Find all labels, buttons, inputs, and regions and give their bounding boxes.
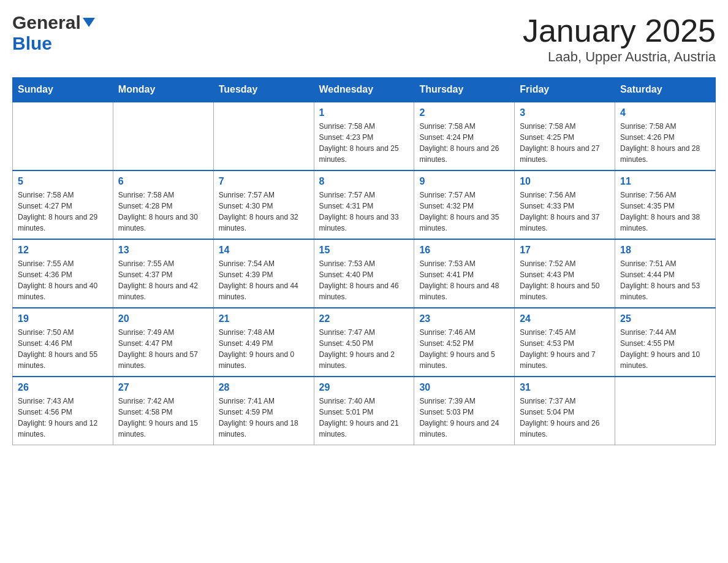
calendar-subtitle: Laab, Upper Austria, Austria [523,49,716,65]
col-friday: Friday [515,78,615,102]
week-row-5: 26Sunrise: 7:43 AM Sunset: 4:56 PM Dayli… [13,377,716,445]
col-saturday: Saturday [615,78,716,102]
col-wednesday: Wednesday [314,78,414,102]
day-number: 29 [319,382,409,393]
calendar-cell: 18Sunrise: 7:51 AM Sunset: 4:44 PM Dayli… [615,239,716,308]
day-number: 10 [520,176,610,187]
day-info: Sunrise: 7:44 AM Sunset: 4:55 PM Dayligh… [620,327,710,371]
day-number: 3 [520,107,610,118]
day-number: 19 [18,313,108,324]
calendar-cell: 26Sunrise: 7:43 AM Sunset: 4:56 PM Dayli… [13,377,113,445]
calendar-cell: 12Sunrise: 7:55 AM Sunset: 4:36 PM Dayli… [13,239,113,308]
calendar-cell: 1Sunrise: 7:58 AM Sunset: 4:23 PM Daylig… [314,102,414,170]
calendar-cell [113,102,213,170]
calendar-cell: 10Sunrise: 7:56 AM Sunset: 4:33 PM Dayli… [515,170,615,239]
calendar-cell: 27Sunrise: 7:42 AM Sunset: 4:58 PM Dayli… [113,377,213,445]
day-number: 28 [219,382,309,393]
day-number: 1 [319,107,409,118]
day-info: Sunrise: 7:39 AM Sunset: 5:03 PM Dayligh… [419,396,509,440]
calendar-cell: 17Sunrise: 7:52 AM Sunset: 4:43 PM Dayli… [515,239,615,308]
day-info: Sunrise: 7:58 AM Sunset: 4:24 PM Dayligh… [419,121,509,165]
day-info: Sunrise: 7:47 AM Sunset: 4:50 PM Dayligh… [319,327,409,371]
day-info: Sunrise: 7:41 AM Sunset: 4:59 PM Dayligh… [219,396,309,440]
day-number: 22 [319,313,409,324]
day-info: Sunrise: 7:57 AM Sunset: 4:30 PM Dayligh… [219,190,309,234]
day-info: Sunrise: 7:54 AM Sunset: 4:39 PM Dayligh… [219,258,309,302]
week-row-2: 5Sunrise: 7:58 AM Sunset: 4:27 PM Daylig… [13,170,716,239]
day-number: 26 [18,382,108,393]
day-info: Sunrise: 7:56 AM Sunset: 4:33 PM Dayligh… [520,190,610,234]
day-number: 6 [118,176,208,187]
col-monday: Monday [113,78,213,102]
logo-general-text: General [12,12,81,33]
col-tuesday: Tuesday [213,78,314,102]
day-info: Sunrise: 7:53 AM Sunset: 4:40 PM Dayligh… [319,258,409,302]
calendar-cell: 24Sunrise: 7:45 AM Sunset: 4:53 PM Dayli… [515,308,615,377]
calendar-cell: 14Sunrise: 7:54 AM Sunset: 4:39 PM Dayli… [213,239,314,308]
day-info: Sunrise: 7:55 AM Sunset: 4:36 PM Dayligh… [18,258,108,302]
logo-triangle-icon [83,18,95,27]
calendar-cell: 13Sunrise: 7:55 AM Sunset: 4:37 PM Dayli… [113,239,213,308]
calendar-cell: 6Sunrise: 7:58 AM Sunset: 4:28 PM Daylig… [113,170,213,239]
day-number: 31 [520,382,610,393]
calendar-cell: 5Sunrise: 7:58 AM Sunset: 4:27 PM Daylig… [13,170,113,239]
day-number: 18 [620,245,710,256]
day-number: 8 [319,176,409,187]
calendar-cell: 25Sunrise: 7:44 AM Sunset: 4:55 PM Dayli… [615,308,716,377]
day-number: 21 [219,313,309,324]
day-info: Sunrise: 7:56 AM Sunset: 4:35 PM Dayligh… [620,190,710,234]
day-number: 9 [419,176,509,187]
calendar-cell: 28Sunrise: 7:41 AM Sunset: 4:59 PM Dayli… [213,377,314,445]
day-info: Sunrise: 7:49 AM Sunset: 4:47 PM Dayligh… [118,327,208,371]
day-info: Sunrise: 7:43 AM Sunset: 4:56 PM Dayligh… [18,396,108,440]
logo-blue-text: Blue [12,33,52,53]
day-number: 13 [118,245,208,256]
calendar-cell [13,102,113,170]
day-number: 24 [520,313,610,324]
day-number: 5 [18,176,108,187]
calendar-title: January 2025 [523,12,716,49]
day-info: Sunrise: 7:42 AM Sunset: 4:58 PM Dayligh… [118,396,208,440]
day-number: 7 [219,176,309,187]
day-number: 17 [520,245,610,256]
day-number: 11 [620,176,710,187]
calendar-cell: 23Sunrise: 7:46 AM Sunset: 4:52 PM Dayli… [414,308,515,377]
calendar-cell: 29Sunrise: 7:40 AM Sunset: 5:01 PM Dayli… [314,377,414,445]
day-info: Sunrise: 7:37 AM Sunset: 5:04 PM Dayligh… [520,396,610,440]
day-info: Sunrise: 7:40 AM Sunset: 5:01 PM Dayligh… [319,396,409,440]
day-info: Sunrise: 7:58 AM Sunset: 4:26 PM Dayligh… [620,121,710,165]
day-number: 2 [419,107,509,118]
calendar-cell: 31Sunrise: 7:37 AM Sunset: 5:04 PM Dayli… [515,377,615,445]
day-info: Sunrise: 7:57 AM Sunset: 4:31 PM Dayligh… [319,190,409,234]
day-info: Sunrise: 7:51 AM Sunset: 4:44 PM Dayligh… [620,258,710,302]
day-number: 23 [419,313,509,324]
day-info: Sunrise: 7:55 AM Sunset: 4:37 PM Dayligh… [118,258,208,302]
calendar-cell: 8Sunrise: 7:57 AM Sunset: 4:31 PM Daylig… [314,170,414,239]
day-number: 27 [118,382,208,393]
calendar-table: Sunday Monday Tuesday Wednesday Thursday… [12,77,716,445]
day-number: 30 [419,382,509,393]
day-number: 12 [18,245,108,256]
day-info: Sunrise: 7:46 AM Sunset: 4:52 PM Dayligh… [419,327,509,371]
day-number: 20 [118,313,208,324]
day-info: Sunrise: 7:57 AM Sunset: 4:32 PM Dayligh… [419,190,509,234]
day-info: Sunrise: 7:53 AM Sunset: 4:41 PM Dayligh… [419,258,509,302]
calendar-cell: 19Sunrise: 7:50 AM Sunset: 4:46 PM Dayli… [13,308,113,377]
week-row-1: 1Sunrise: 7:58 AM Sunset: 4:23 PM Daylig… [13,102,716,170]
week-row-3: 12Sunrise: 7:55 AM Sunset: 4:36 PM Dayli… [13,239,716,308]
day-number: 25 [620,313,710,324]
col-thursday: Thursday [414,78,515,102]
calendar-cell: 4Sunrise: 7:58 AM Sunset: 4:26 PM Daylig… [615,102,716,170]
calendar-cell: 20Sunrise: 7:49 AM Sunset: 4:47 PM Dayli… [113,308,213,377]
calendar-title-block: January 2025 Laab, Upper Austria, Austri… [523,12,716,65]
calendar-cell [615,377,716,445]
day-info: Sunrise: 7:58 AM Sunset: 4:28 PM Dayligh… [118,190,208,234]
calendar-cell: 21Sunrise: 7:48 AM Sunset: 4:49 PM Dayli… [213,308,314,377]
calendar-cell: 2Sunrise: 7:58 AM Sunset: 4:24 PM Daylig… [414,102,515,170]
calendar-header-row: Sunday Monday Tuesday Wednesday Thursday… [13,78,716,102]
day-number: 16 [419,245,509,256]
calendar-cell: 30Sunrise: 7:39 AM Sunset: 5:03 PM Dayli… [414,377,515,445]
day-info: Sunrise: 7:50 AM Sunset: 4:46 PM Dayligh… [18,327,108,371]
calendar-cell: 7Sunrise: 7:57 AM Sunset: 4:30 PM Daylig… [213,170,314,239]
calendar-cell: 11Sunrise: 7:56 AM Sunset: 4:35 PM Dayli… [615,170,716,239]
